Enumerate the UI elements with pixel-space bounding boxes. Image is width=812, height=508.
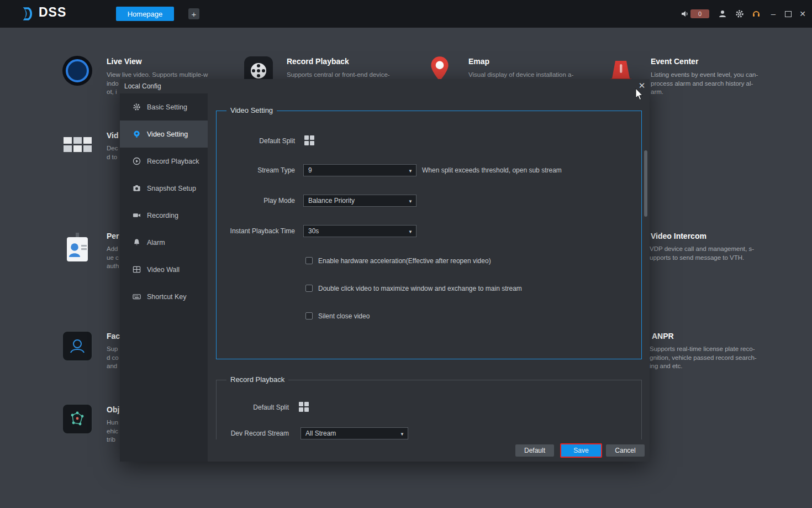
chevron-down-icon: ▼ bbox=[400, 432, 404, 437]
tile-desc-event-center: Listing events by event level, you can- … bbox=[651, 71, 758, 97]
mouse-cursor bbox=[635, 88, 644, 101]
tile-desc-anpr: Supports real-time license plate reco- g… bbox=[650, 345, 757, 371]
play-mode-value: Balance Priority bbox=[308, 197, 355, 205]
instant-playback-select[interactable]: 30s ▼ bbox=[303, 225, 416, 237]
play-mode-select[interactable]: Balance Priority ▼ bbox=[303, 195, 416, 207]
gear-icon[interactable] bbox=[735, 9, 744, 18]
video-setting-group: Video Setting Default Split Stream Type … bbox=[216, 111, 642, 359]
dev-record-stream-select[interactable]: All Stream ▼ bbox=[300, 427, 408, 439]
chevron-down-icon: ▼ bbox=[408, 169, 413, 174]
sidebar-item-label: Recording bbox=[147, 212, 178, 219]
split-selector[interactable] bbox=[304, 135, 314, 145]
add-tab-button[interactable]: + bbox=[188, 8, 199, 19]
sidebar-item-label: Video Setting bbox=[147, 130, 188, 138]
personnel-icon[interactable] bbox=[62, 232, 93, 263]
silent-close-checkbox[interactable] bbox=[305, 312, 313, 320]
face-recognition-icon[interactable] bbox=[62, 331, 93, 362]
chevron-down-icon: ▼ bbox=[408, 229, 413, 234]
alarm-count-badge[interactable]: 0 bbox=[690, 9, 709, 18]
record-playback-group: Record Playback Default Split Dev Record… bbox=[216, 380, 642, 439]
hardware-acceleration-checkbox[interactable] bbox=[305, 257, 313, 264]
sidebar-item-snapshot-setup[interactable]: Snapshot Setup bbox=[120, 175, 208, 202]
sidebar-item-alarm[interactable]: Alarm bbox=[120, 229, 208, 256]
camera-icon bbox=[132, 184, 141, 193]
sidebar-item-label: Shortcut Key bbox=[147, 293, 187, 301]
cancel-button[interactable]: Cancel bbox=[606, 444, 645, 457]
sidebar-item-label: Alarm bbox=[147, 239, 165, 247]
play-mode-label: Play Mode bbox=[217, 197, 295, 205]
sidebar-item-label: Video Wall bbox=[147, 266, 180, 274]
titlebar: DSS Homepage + 0 bbox=[0, 0, 812, 28]
tile-desc-face: Sup d co and bbox=[107, 345, 119, 371]
tile-title-video-wall[interactable]: Vid bbox=[107, 131, 119, 140]
sidebar-item-recording[interactable]: Recording bbox=[120, 202, 208, 229]
app-window: DSS Homepage + 0 bbox=[0, 0, 812, 508]
tile-title-live-view[interactable]: Live View bbox=[107, 57, 142, 66]
save-button[interactable]: Save bbox=[560, 443, 602, 458]
sidebar-item-basic-setting[interactable]: Basic Setting bbox=[120, 93, 208, 121]
chevron-down-icon: ▼ bbox=[408, 199, 413, 204]
video-setting-legend: Video Setting bbox=[226, 106, 277, 114]
gear-icon bbox=[132, 103, 141, 112]
doubleclick-maximize-label: Double click video to maximize window an… bbox=[318, 285, 522, 292]
tile-title-face[interactable]: Fac bbox=[107, 332, 120, 341]
play-circle-icon bbox=[132, 157, 141, 166]
tile-title-record-playback[interactable]: Record Playback bbox=[287, 57, 349, 66]
object-detection-icon[interactable] bbox=[62, 404, 93, 434]
support-icon[interactable] bbox=[752, 9, 761, 18]
dev-record-stream-value: All Stream bbox=[305, 430, 336, 437]
app-title: DSS bbox=[39, 5, 66, 20]
stream-type-hint: When split exceeds threshold, open sub s… bbox=[422, 166, 562, 174]
scrollbar-thumb[interactable] bbox=[644, 150, 647, 217]
tile-title-object[interactable]: Obj bbox=[107, 405, 119, 414]
instant-playback-value: 30s bbox=[308, 227, 319, 235]
sidebar-item-video-setting[interactable]: Video Setting bbox=[120, 121, 208, 148]
tile-title-emap[interactable]: Emap bbox=[468, 57, 489, 66]
tile-desc-video-intercom: VDP device call and management, s- uppor… bbox=[650, 245, 754, 262]
tab-homepage[interactable]: Homepage bbox=[116, 7, 174, 21]
tile-desc-personnel: Add ue c auth bbox=[107, 245, 119, 271]
tile-desc-emap: Visual display of device installation a- bbox=[468, 71, 573, 80]
stream-type-label: Stream Type bbox=[217, 166, 295, 174]
sidebar-item-label: Basic Setting bbox=[147, 103, 187, 111]
sidebar-item-shortcut-key[interactable]: Shortcut Key bbox=[120, 283, 208, 310]
stream-type-value: 9 bbox=[308, 166, 312, 174]
speaker-icon[interactable] bbox=[681, 9, 689, 18]
default-split-label: Default Split bbox=[217, 137, 295, 145]
instant-playback-label: Instant Playback Time bbox=[217, 227, 295, 235]
videocam-icon bbox=[132, 211, 141, 220]
rp-default-split-label: Default Split bbox=[217, 404, 289, 411]
sidebar-item-record-playback[interactable]: Record Playback bbox=[120, 148, 208, 175]
grid-icon bbox=[132, 265, 141, 274]
tile-title-personnel[interactable]: Per bbox=[107, 232, 119, 240]
sidebar-item-video-wall[interactable]: Video Wall bbox=[120, 256, 208, 283]
tile-title-video-intercom[interactable]: Video Intercom bbox=[651, 232, 706, 240]
config-content: Video Setting Default Split Stream Type … bbox=[208, 93, 650, 439]
silent-close-label: Silent close video bbox=[318, 312, 370, 320]
default-button[interactable]: Default bbox=[515, 444, 554, 457]
keyboard-icon bbox=[132, 292, 141, 301]
record-playback-legend: Record Playback bbox=[226, 375, 288, 384]
rp-split-selector[interactable] bbox=[299, 402, 309, 412]
tile-title-event-center[interactable]: Event Center bbox=[651, 57, 698, 66]
dialog-title: Local Config bbox=[124, 82, 161, 90]
user-icon[interactable] bbox=[718, 9, 727, 18]
local-config-dialog: Local Config ✕ Basic Setting Video Setti… bbox=[120, 79, 650, 462]
live-view-icon[interactable] bbox=[62, 55, 93, 86]
close-window-button[interactable]: ✕ bbox=[798, 9, 807, 19]
tile-desc-object: Hun ehic trib bbox=[107, 418, 118, 444]
tile-desc-record-playback: Supports central or front-end device- bbox=[287, 71, 390, 80]
dev-record-stream-label: Dev Record Stream bbox=[217, 430, 289, 437]
video-wall-icon[interactable] bbox=[62, 129, 93, 160]
tile-desc-video-wall: Dec d to bbox=[107, 144, 118, 161]
tile-title-anpr[interactable]: ANPR bbox=[652, 332, 674, 341]
maximize-button[interactable] bbox=[784, 9, 793, 18]
video-camera-icon bbox=[132, 130, 141, 139]
stream-type-select[interactable]: 9 ▼ bbox=[303, 164, 416, 176]
sidebar-item-label: Record Playback bbox=[147, 158, 199, 165]
doubleclick-maximize-checkbox[interactable] bbox=[305, 285, 313, 292]
bell-icon bbox=[132, 238, 141, 247]
config-sidebar: Basic Setting Video Setting Record Playb… bbox=[120, 93, 208, 462]
dss-logo-icon bbox=[21, 6, 36, 22]
minimize-button[interactable]: – bbox=[769, 8, 778, 19]
